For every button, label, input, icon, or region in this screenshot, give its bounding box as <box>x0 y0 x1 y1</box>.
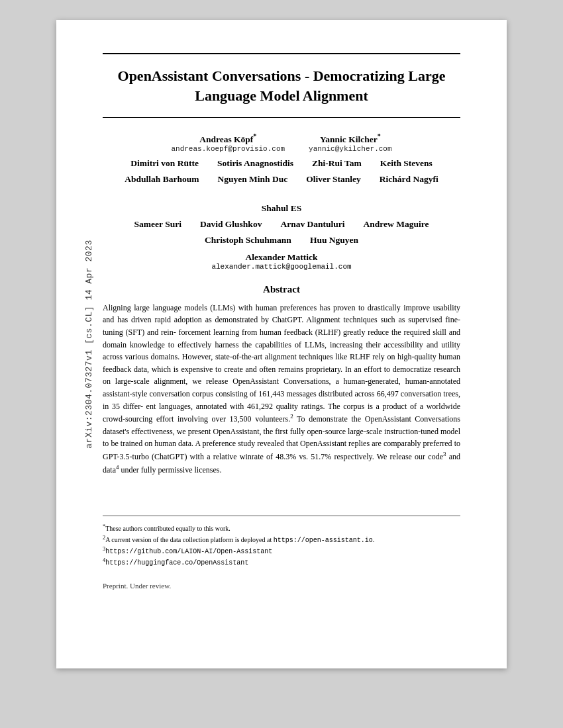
author-nguyen: Huu Nguyen <box>310 235 358 246</box>
author-shahul: Shahul ES <box>262 203 301 214</box>
contact-name: Alexander Mattick <box>103 252 460 263</box>
contact-email: alexander.mattick@googlemail.com <box>103 263 460 271</box>
author-stevens: Keith Stevens <box>380 158 433 169</box>
authors-row3: Abdullah Barhoum Nguyen Minh Duc Oliver … <box>103 174 460 214</box>
author-email-kopf: andreas.koepf@provisio.com <box>171 145 285 153</box>
author-maguire: Andrew Maguire <box>364 219 429 230</box>
authors-section: Andreas Köpf* andreas.koepf@provisio.com… <box>103 132 460 271</box>
authors-row4: Sameer Suri David Glushkov Arnav Dantulu… <box>103 219 460 230</box>
author-block-kopf: Andreas Köpf* andreas.koepf@provisio.com <box>159 132 297 153</box>
author-name-kilcher: Yannic Kilcher* <box>309 132 391 145</box>
author-vonrutte: Dimitri von Rütte <box>130 158 199 169</box>
author-duc: Nguyen Minh Duc <box>217 174 287 185</box>
abstract-title: Abstract <box>103 284 460 295</box>
footnotes-section: *These authors contributed equally to th… <box>103 516 460 568</box>
author-name-kopf: Andreas Köpf* <box>171 132 285 145</box>
preprint-label: Preprint. Under review. <box>103 582 460 590</box>
author-schuhmann: Christoph Schuhmann <box>205 235 291 246</box>
abstract-text: Aligning large language models (LLMs) wi… <box>103 302 460 476</box>
top-rule <box>103 53 460 54</box>
author-suri: Sameer Suri <box>134 219 181 230</box>
footnote-4: 4https://huggingface.co/OpenAssistant <box>103 557 460 568</box>
author-block-kilcher: Yannic Kilcher* yannic@ykilcher.com <box>297 132 403 153</box>
bottom-rule <box>103 117 460 118</box>
paper-page: arXiv:2304.07327v1 [cs.CL] 14 Apr 2023 O… <box>56 20 507 668</box>
paper-title: OpenAssistant Conversations - Democratiz… <box>103 66 460 105</box>
author-anagnostidis: Sotiris Anagnostidis <box>217 158 293 169</box>
primary-authors-row: Andreas Köpf* andreas.koepf@provisio.com… <box>103 132 460 153</box>
abstract-section: Abstract Aligning large language models … <box>103 284 460 476</box>
author-stanley: Oliver Stanley <box>306 174 361 185</box>
author-barhoum: Abdullah Barhoum <box>125 174 199 185</box>
footnote-2: 2A current version of the data collectio… <box>103 534 460 545</box>
contact-section: Alexander Mattick alexander.mattick@goog… <box>103 252 460 271</box>
authors-row2: Dimitri von Rütte Sotiris Anagnostidis Z… <box>103 158 460 169</box>
authors-row5: Christoph Schuhmann Huu Nguyen <box>103 235 460 246</box>
footnote-3: 3https://github.com/LAION-AI/Open-Assist… <box>103 545 460 557</box>
title-section: OpenAssistant Conversations - Democratiz… <box>103 66 460 105</box>
author-glushkov: David Glushkov <box>200 219 262 230</box>
author-nagyfi: Richárd Nagyfi <box>380 174 438 185</box>
author-email-kilcher: yannic@ykilcher.com <box>309 145 391 153</box>
footnote-1: *These authors contributed equally to th… <box>103 523 460 533</box>
author-zhi-rui: Zhi-Rui Tam <box>312 158 362 169</box>
author-dantuluri: Arnav Dantuluri <box>280 219 344 230</box>
arxiv-label: arXiv:2304.07327v1 [cs.CL] 14 Apr 2023 <box>84 240 94 448</box>
